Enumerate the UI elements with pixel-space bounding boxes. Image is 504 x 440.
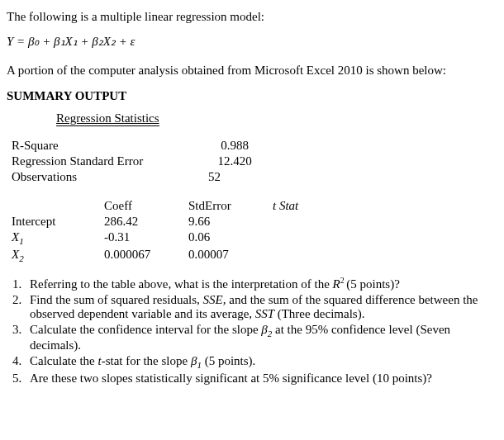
- intercept-coeff: 286.42: [99, 214, 183, 229]
- rse-value: 12.420: [190, 154, 279, 169]
- x2-label: X2: [7, 247, 99, 264]
- summary-output-title: SUMMARY OUTPUT: [7, 89, 497, 103]
- table-row: Observations 52: [7, 169, 279, 185]
- question-2: Find the sum of squared residuals, SSE, …: [25, 293, 497, 321]
- coefficients-table: Coeff StdError t Stat Intercept 286.42 9…: [7, 198, 335, 264]
- coeff-header: Coeff: [99, 198, 183, 214]
- context-text: A portion of the computer analysis obtai…: [7, 64, 497, 78]
- stderr-header: StdError: [183, 198, 268, 214]
- table-header-row: Coeff StdError t Stat: [7, 198, 335, 214]
- intercept-se: 9.66: [183, 214, 268, 229]
- question-3: Calculate the confidence interval for th…: [25, 323, 497, 352]
- table-row: R-Square 0.988: [7, 138, 279, 154]
- observations-label: Observations: [7, 169, 190, 185]
- r-square-value: 0.988: [190, 138, 279, 154]
- rse-label: Regression Standard Error: [7, 154, 190, 169]
- table-row: Regression Standard Error 12.420: [7, 154, 279, 169]
- tstat-header: t Stat: [268, 198, 335, 214]
- table-row: X1 -0.31 0.06: [7, 229, 335, 247]
- x1-se: 0.06: [183, 229, 268, 247]
- question-4: Calculate the t-stat for the slope β1 (5…: [25, 354, 497, 370]
- regression-equation: Y = β₀ + β₁X₁ + β₂X₂ + ε: [7, 34, 497, 49]
- question-1: Referring to the table above, what is th…: [25, 276, 497, 291]
- intercept-label: Intercept: [7, 214, 99, 229]
- x1-label: X1: [7, 229, 99, 247]
- regression-statistics-table: R-Square 0.988 Regression Standard Error…: [7, 138, 279, 185]
- questions-list: Referring to the table above, what is th…: [25, 276, 497, 386]
- table-row: Intercept 286.42 9.66: [7, 214, 335, 229]
- observations-value: 52: [190, 169, 279, 185]
- x2-coeff: 0.000067: [99, 247, 183, 264]
- intro-text: The following is a multiple linear regre…: [7, 10, 497, 24]
- r-square-label: R-Square: [7, 138, 190, 154]
- question-5: Are these two slopes statistically signi…: [25, 371, 497, 386]
- regression-statistics-header: Regression Statistics: [56, 111, 159, 126]
- x1-coeff: -0.31: [99, 229, 183, 247]
- x2-se: 0.00007: [183, 247, 268, 264]
- table-row: X2 0.000067 0.00007: [7, 247, 335, 264]
